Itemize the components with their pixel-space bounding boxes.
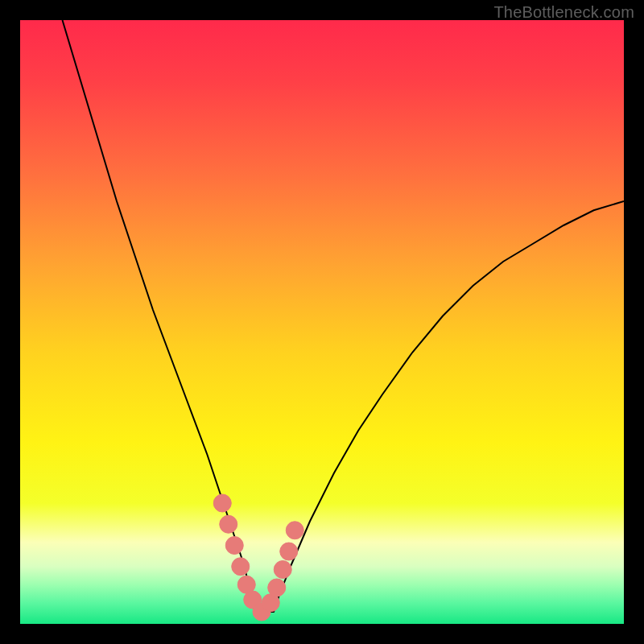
marker-dot — [274, 561, 291, 579]
marker-dot — [268, 579, 286, 597]
marker-dot — [286, 522, 303, 539]
marker-dot — [225, 537, 243, 555]
marker-dot — [213, 494, 231, 512]
bottleneck-chart — [20, 20, 624, 624]
chart-frame: TheBottleneck.com — [0, 0, 644, 644]
plot-area — [20, 20, 624, 624]
gradient-background — [20, 20, 624, 624]
marker-dot — [220, 515, 237, 533]
marker-dot — [280, 543, 298, 560]
marker-dot — [232, 558, 250, 576]
watermark-text: TheBottleneck.com — [493, 3, 634, 22]
